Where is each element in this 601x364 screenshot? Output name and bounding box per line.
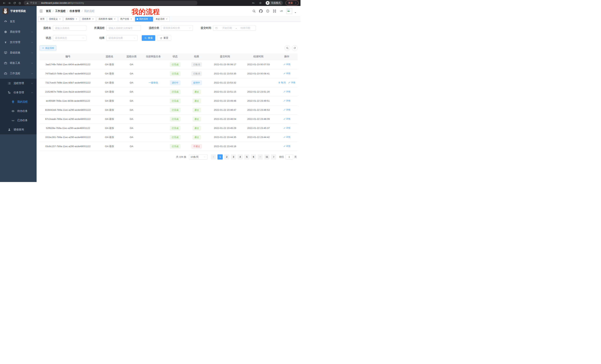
search-icon[interactable] — [252, 9, 256, 13]
sidebar-item-home[interactable]: 首页 — [0, 16, 37, 27]
browser-home-icon[interactable] — [18, 1, 22, 5]
table-row: 67c2eaab-7b9a-11ec-a290-acde48001122OA 请… — [40, 115, 298, 124]
breadcrumb-item[interactable]: 首页 — [46, 10, 51, 13]
help-icon[interactable]: ? — [266, 9, 270, 13]
page-button-6[interactable]: 6 — [251, 154, 256, 160]
cell-process-name: OA 请假 — [96, 133, 123, 142]
page-button-3[interactable]: 3 — [231, 154, 236, 160]
tab-item-2[interactable]: 流程模型× — [64, 17, 79, 21]
sidebar-item-done-tasks[interactable]: 已办任务 — [0, 116, 37, 125]
tab-close-icon[interactable]: × — [59, 18, 61, 20]
tab-item-5[interactable]: 用户分组× — [119, 17, 134, 21]
cell-submit-time: 2022-01-23 00:06:17 — [209, 60, 241, 69]
robot-face-icon — [11, 100, 15, 104]
bookmark-star-icon[interactable] — [258, 1, 263, 5]
sidebar-item-dev-tools[interactable]: 研发工具 — [0, 58, 37, 68]
tab-close-icon[interactable]: × — [113, 18, 116, 20]
toggle-search-button[interactable] — [285, 45, 290, 51]
sidebar-item-leave-query[interactable]: 请假查询 — [0, 125, 37, 134]
browser-update-button[interactable]: 更新 — [285, 0, 299, 5]
cell-result: 已取消 — [184, 69, 209, 78]
tab-close-icon[interactable]: × — [92, 18, 94, 20]
page-button-1[interactable]: 1 — [218, 154, 223, 160]
tab-close-icon[interactable]: × — [130, 18, 132, 20]
avatar-caret-icon[interactable] — [294, 12, 296, 14]
page-button-2[interactable]: 2 — [224, 154, 229, 160]
pagination-more-icon[interactable] — [258, 154, 263, 160]
tab-item-4[interactable]: 流程表单-编辑× — [97, 17, 118, 21]
tab-close-icon[interactable]: × — [75, 18, 78, 20]
tab-label: 流程模型 — [65, 18, 74, 21]
browser-forward-icon[interactable] — [7, 1, 11, 5]
menu-fold-icon[interactable] — [39, 9, 43, 13]
update-label: 更新 — [288, 1, 293, 5]
page-size-select[interactable]: 10条/页 — [189, 154, 208, 160]
cell-category: OA — [123, 78, 140, 87]
password-key-icon[interactable] — [251, 1, 256, 5]
detail-link[interactable]: 详情 — [283, 90, 290, 93]
breadcrumb-item[interactable]: 任务管理 — [70, 10, 80, 13]
create-process-button[interactable]: 发起流程 — [40, 46, 56, 51]
gear-icon — [3, 30, 8, 34]
cell-submit-time: 2022-01-22 23:53:35 — [209, 69, 241, 78]
page-button-4[interactable]: 4 — [238, 154, 243, 160]
goto-page-input[interactable] — [285, 154, 293, 159]
result-select[interactable]: 请选择流结果 — [106, 35, 138, 41]
sidebar-menu: 首页系统管理¥支付管理基础设施研发工具工作流程流程管理任务管理我的流程待办任务已… — [0, 16, 37, 134]
detail-link[interactable]: 详情 — [283, 99, 290, 102]
tab-close-icon[interactable]: × — [149, 18, 151, 20]
breadcrumb-separator: / — [53, 10, 53, 13]
detail-link[interactable]: 详情 — [283, 72, 290, 75]
sidebar-item-my-process[interactable]: 我的流程 — [0, 97, 37, 106]
category-select[interactable]: 请选择流程分类 — [161, 25, 193, 31]
fullscreen-icon[interactable] — [273, 9, 276, 13]
tab-item-1[interactable]: 流程定义× — [47, 17, 63, 21]
breadcrumb-item[interactable]: 工作流程 — [55, 10, 66, 13]
detail-link[interactable]: 详情 — [283, 63, 290, 66]
detail-link[interactable]: 详情 — [288, 81, 295, 84]
tab-item-0[interactable]: 首页 — [39, 17, 46, 21]
table-row: 819442e8-7b9a-11ec-a290-acde48001122OA 请… — [40, 105, 298, 115]
parent-process-input[interactable] — [106, 25, 141, 31]
address-bar[interactable]: 不安全 dashboard.yudao.iocoder.cn/bpm/task/… — [24, 1, 197, 5]
current-task-link[interactable]: 一级审批 — [149, 81, 158, 84]
tab-close-icon[interactable]: × — [165, 18, 168, 20]
detail-link[interactable]: 详情 — [283, 108, 290, 112]
tab-item-6[interactable]: 我的流程× — [135, 17, 153, 21]
font-size-icon[interactable]: TT — [280, 9, 283, 13]
reset-button[interactable]: 重置 — [157, 35, 171, 41]
browser-reload-icon[interactable] — [12, 1, 17, 5]
sidebar-item-process-management[interactable]: 流程管理 — [0, 79, 37, 88]
browser-back-icon[interactable] — [2, 1, 6, 5]
cell-result: 通过 — [184, 133, 209, 142]
sidebar-item-workflow[interactable]: 工作流程 — [0, 68, 37, 79]
status-select[interactable]: 请选择状态 — [53, 35, 86, 41]
sidebar-item-task-management[interactable]: 任务管理 — [0, 88, 37, 97]
sidebar-item-payment-management[interactable]: ¥支付管理 — [0, 37, 37, 48]
next-page-button[interactable] — [271, 154, 276, 160]
detail-link[interactable]: 详情 — [283, 126, 290, 130]
sidebar-item-infrastructure[interactable]: 基础设施 — [0, 48, 37, 58]
submit-time-range-picker[interactable]: 开始日期 - 结束日期 — [213, 25, 256, 31]
page-button-11[interactable]: 11 — [264, 154, 270, 160]
detail-link[interactable]: 详情 — [283, 145, 290, 148]
browser-menu-icon[interactable] — [295, 2, 297, 4]
page-button-5[interactable]: 5 — [244, 154, 250, 160]
sidebar-item-todo-tasks[interactable]: 待办任务 — [0, 106, 37, 116]
chevron-down-icon — [189, 27, 191, 29]
cancel-link[interactable]: 取消 — [278, 81, 285, 84]
refresh-table-button[interactable] — [292, 45, 298, 51]
github-icon[interactable] — [259, 9, 263, 13]
process-name-input[interactable] — [53, 25, 86, 31]
search-button[interactable]: 搜索 — [142, 35, 155, 41]
detail-link[interactable]: 详情 — [283, 136, 290, 139]
avatar[interactable] — [287, 8, 292, 14]
tab-item-3[interactable]: 流程表单× — [80, 17, 96, 21]
sidebar-item-system-management[interactable]: 系统管理 — [0, 27, 37, 37]
detail-link[interactable]: 详情 — [283, 117, 290, 121]
page-content: 流程名 所属流程 流程分类 请选择流程分类 — [37, 22, 300, 182]
edit-icon — [283, 109, 285, 111]
tab-item-7[interactable]: 发起流程× — [154, 17, 170, 21]
previous-page-button[interactable] — [211, 154, 216, 160]
result-badge: 已取消 — [191, 62, 202, 67]
